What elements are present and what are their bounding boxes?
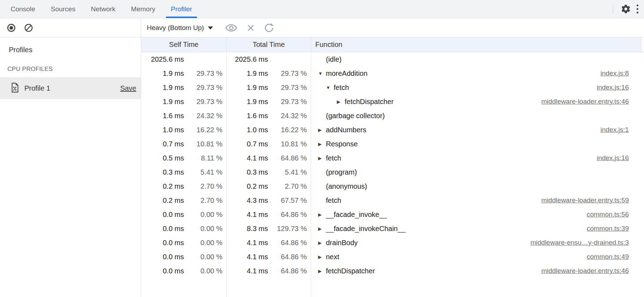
time-cell[interactable]: 1.9 ms29.73 %: [141, 66, 226, 80]
profile-list-item[interactable]: Profile 1 Save: [0, 77, 141, 99]
profiler-toolbar-main: Heavy (Bottom Up): [141, 18, 644, 37]
time-cell[interactable]: 1.9 ms29.73 %: [141, 95, 226, 109]
time-cell[interactable]: 0.0 ms0.00 %: [141, 207, 226, 222]
time-cell[interactable]: 1.6 ms24.32 %: [227, 109, 311, 123]
function-row[interactable]: ▼moreAdditionindex.js:8: [311, 66, 641, 80]
expand-arrow-icon[interactable]: ▶: [318, 156, 326, 160]
time-cell[interactable]: 1.9 ms29.73 %: [227, 95, 311, 109]
source-link[interactable]: middleware-loader.entry.ts:59: [534, 196, 629, 204]
time-cell[interactable]: 4.3 ms67.57 %: [227, 193, 311, 207]
time-cell[interactable]: 0.2 ms2.70 %: [141, 193, 226, 207]
time-cell[interactable]: 0.0 ms0.00 %: [141, 222, 226, 236]
function-row[interactable]: ▶addNumbersindex.js:1: [311, 123, 641, 137]
source-link[interactable]: middleware-ensu…y-drained.ts:3: [523, 239, 629, 247]
time-cell[interactable]: 4.1 ms64.86 %: [227, 236, 311, 250]
expand-arrow-icon[interactable]: ▶: [337, 99, 345, 104]
total-time-header[interactable]: Total Time: [227, 37, 311, 52]
time-cell[interactable]: 0.0 ms0.00 %: [141, 264, 226, 278]
time-cell[interactable]: 0.3 ms5.41 %: [141, 165, 226, 179]
function-row[interactable]: ▶__facade_invoke__common.ts:56: [311, 207, 641, 222]
time-cell[interactable]: 1.9 ms29.73 %: [227, 66, 311, 80]
scroll-corner: [641, 37, 644, 52]
time-cell[interactable]: 0.2 ms2.70 %: [141, 179, 226, 193]
function-row[interactable]: ▼fetchindex.js:16: [311, 80, 641, 95]
record-icon[interactable]: [6, 23, 16, 33]
function-row[interactable]: ▶fetchDispatchermiddleware-loader.entry.…: [311, 95, 641, 109]
expand-arrow-icon[interactable]: ▶: [318, 142, 326, 146]
collapse-arrow-icon[interactable]: ▼: [326, 85, 334, 90]
focus-visibility-icon[interactable]: [225, 23, 238, 33]
expand-arrow-icon[interactable]: ▶: [318, 212, 326, 217]
tab-sources[interactable]: Sources: [43, 0, 83, 18]
source-link[interactable]: index.js:16: [590, 84, 629, 91]
time-percent-value: 10.81 %: [184, 140, 226, 148]
expand-arrow-icon[interactable]: ▶: [318, 226, 326, 231]
time-cell[interactable]: 0.3 ms5.41 %: [227, 165, 311, 179]
close-icon[interactable]: [246, 23, 255, 32]
function-row[interactable]: ▶drainBodymiddleware-ensu…y-drained.ts:3: [311, 236, 641, 250]
time-ms-value: 0.0 ms: [141, 267, 184, 275]
expand-arrow-icon[interactable]: ▶: [318, 128, 326, 132]
time-ms-value: 2025.6 ms: [141, 55, 184, 63]
time-percent-value: 29.73 %: [268, 84, 311, 92]
time-ms-value: 0.2 ms: [141, 196, 184, 205]
time-ms-value: 1.6 ms: [227, 112, 268, 120]
function-row[interactable]: ▶fetchindex.js:16: [311, 151, 641, 165]
time-cell[interactable]: 1.0 ms16.22 %: [141, 123, 226, 137]
expand-arrow-icon[interactable]: ▶: [318, 255, 326, 259]
view-mode-dropdown[interactable]: Heavy (Bottom Up): [147, 24, 213, 32]
time-cell[interactable]: 0.7 ms10.81 %: [227, 137, 311, 151]
time-cell[interactable]: 0.5 ms8.11 %: [141, 151, 226, 165]
function-name: drainBody: [326, 239, 358, 247]
source-link[interactable]: middleware-loader.entry.ts:46: [534, 267, 629, 275]
time-cell[interactable]: 1.6 ms24.32 %: [141, 109, 226, 123]
time-cell[interactable]: 1.9 ms29.73 %: [141, 80, 226, 95]
function-row[interactable]: ▶__facade_invokeChain__common.ts:39: [311, 222, 641, 236]
time-cell[interactable]: 0.2 ms2.70 %: [227, 179, 311, 193]
more-menu-icon[interactable]: [637, 5, 638, 13]
source-link[interactable]: common.ts:56: [580, 211, 629, 218]
time-cell[interactable]: 1.9 ms29.73 %: [227, 80, 311, 95]
source-link[interactable]: middleware-loader.entry.ts:46: [534, 98, 629, 105]
source-link[interactable]: common.ts:49: [580, 253, 629, 261]
source-link[interactable]: index.js:16: [590, 154, 629, 162]
function-row[interactable]: (idle): [311, 52, 641, 66]
tab-profiler[interactable]: Profiler: [163, 0, 200, 18]
time-cell[interactable]: 1.0 ms16.22 %: [227, 123, 311, 137]
time-cell[interactable]: 2025.6 ms: [227, 52, 311, 66]
source-link[interactable]: index.js:8: [594, 69, 629, 77]
time-cell[interactable]: 4.1 ms64.86 %: [227, 207, 311, 222]
function-row[interactable]: ▶Response: [311, 137, 641, 151]
function-row[interactable]: (anonymous): [311, 179, 641, 193]
time-cell[interactable]: 2025.6 ms: [141, 52, 226, 66]
cpu-profiles-section-label: CPU PROFILES: [7, 66, 141, 73]
function-row[interactable]: fetchmiddleware-loader.entry.ts:59: [311, 193, 641, 207]
self-time-header[interactable]: Self Time: [141, 37, 226, 52]
tab-memory[interactable]: Memory: [123, 0, 163, 18]
time-cell[interactable]: 0.0 ms0.00 %: [141, 250, 226, 264]
time-cell[interactable]: 4.1 ms64.86 %: [227, 264, 311, 278]
source-link[interactable]: index.js:1: [594, 126, 629, 134]
expand-arrow-icon[interactable]: ▶: [318, 269, 326, 273]
function-row[interactable]: ▶nextcommon.ts:49: [311, 250, 641, 264]
clear-icon[interactable]: [24, 23, 34, 33]
function-row[interactable]: (program): [311, 165, 641, 179]
tab-network[interactable]: Network: [83, 0, 123, 18]
settings-gear-icon[interactable]: [620, 3, 632, 15]
function-row[interactable]: (garbage collector): [311, 109, 641, 123]
tab-console[interactable]: Console: [3, 0, 43, 18]
profiles-sidebar: Profiles CPU PROFILES Profile 1 Save: [0, 37, 141, 297]
time-cell[interactable]: 0.7 ms10.81 %: [141, 137, 226, 151]
refresh-icon[interactable]: [264, 23, 274, 33]
source-link[interactable]: common.ts:39: [580, 225, 629, 232]
function-row[interactable]: ▶fetchDispatchermiddleware-loader.entry.…: [311, 264, 641, 278]
expand-arrow-icon[interactable]: ▶: [318, 241, 326, 245]
time-cell[interactable]: 4.1 ms64.86 %: [227, 250, 311, 264]
time-cell[interactable]: 0.0 ms0.00 %: [141, 236, 226, 250]
time-percent-value: 16.22 %: [268, 126, 311, 134]
save-profile-link[interactable]: Save: [120, 84, 136, 92]
collapse-arrow-icon[interactable]: ▼: [318, 71, 326, 76]
time-cell[interactable]: 8.3 ms129.73 %: [227, 222, 311, 236]
function-header[interactable]: Function: [311, 37, 641, 52]
time-cell[interactable]: 4.1 ms64.86 %: [227, 151, 311, 165]
